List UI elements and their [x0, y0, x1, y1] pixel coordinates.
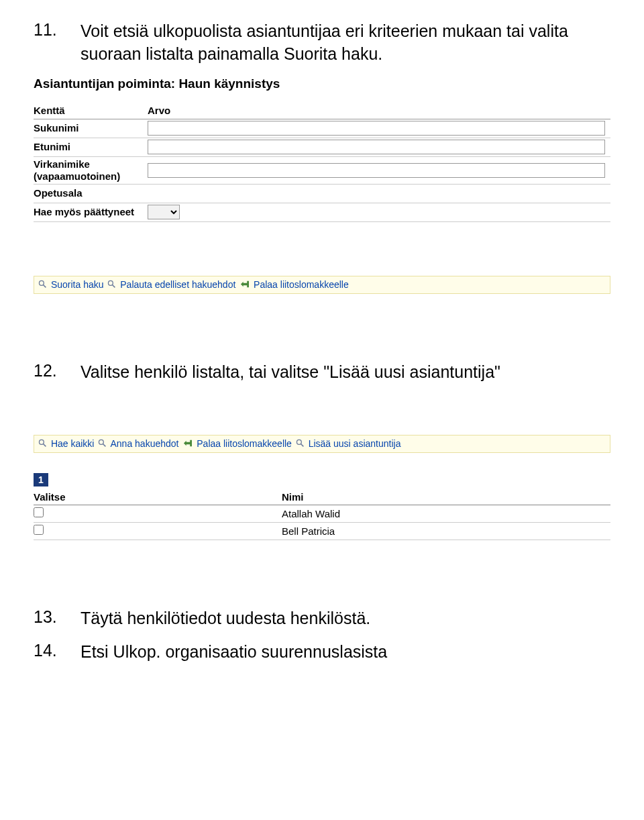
- instruction-14: 14. Etsi Ulkop. organisaatio suurennusla…: [34, 641, 610, 664]
- search-criteria-table: Kenttä Arvo Sukunimi Etunimi Virkanimike…: [34, 102, 610, 222]
- table-row: Bell Patricia: [34, 522, 610, 540]
- instruction-text: Valitse henkilö listalta, tai valitse "L…: [80, 361, 500, 384]
- link-lisaa-uusi[interactable]: Lisää uusi asiantuntija: [309, 438, 401, 449]
- select-haemyos[interactable]: [148, 205, 180, 219]
- section-title: Asiantuntijan poiminta: Haun käynnistys: [34, 76, 610, 91]
- svg-line-7: [103, 444, 106, 446]
- svg-point-8: [297, 440, 301, 444]
- link-palaa-lomakkeelle-2[interactable]: Palaa liitoslomakkeelle: [197, 438, 292, 449]
- instruction-13: 13. Täytä henkilötiedot uudesta henkilös…: [34, 607, 610, 630]
- instruction-text: Etsi Ulkop. organisaatio suurennuslasist…: [80, 641, 387, 664]
- input-sukunimi[interactable]: [148, 121, 605, 136]
- table-row: Atallah Walid: [34, 505, 610, 522]
- svg-point-0: [39, 280, 44, 285]
- svg-point-6: [99, 440, 104, 444]
- label-haemyos: Hae myös päättyneet: [34, 203, 148, 221]
- cell-opetusala: [148, 184, 610, 203]
- return-arrow-icon: [239, 280, 250, 291]
- link-hae-kaikki[interactable]: Hae kaikki: [51, 438, 95, 449]
- checkbox-row-1[interactable]: [34, 525, 44, 535]
- header-nimi: Nimi: [282, 489, 610, 505]
- instruction-number: 11.: [34, 20, 80, 66]
- instruction-number: 13.: [34, 607, 80, 630]
- magnifier-icon: [38, 439, 47, 450]
- instruction-text: Täytä henkilötiedot uudesta henkilöstä.: [80, 607, 370, 630]
- header-value: Arvo: [148, 102, 610, 119]
- instruction-number: 12.: [34, 361, 80, 384]
- svg-line-1: [43, 285, 46, 287]
- return-arrow-icon: [182, 439, 193, 450]
- results-action-bar: Hae kaikki Anna hakuehdot Palaa liitoslo…: [34, 435, 610, 453]
- instruction-text: Voit etsiä ulkopuolista asiantuntijaa er…: [80, 20, 610, 66]
- link-anna-hakuehdot[interactable]: Anna hakuehdot: [111, 438, 179, 449]
- label-virkanimike: Virkanimike (vapaamuotoinen): [34, 156, 148, 184]
- label-sukunimi: Sukunimi: [34, 119, 148, 138]
- svg-point-2: [109, 280, 113, 285]
- results-table: Valitse Nimi Atallah Walid Bell Patricia: [34, 489, 610, 540]
- svg-point-4: [39, 440, 44, 444]
- search-action-bar: Suorita haku Palauta edelliset hakuehdot…: [34, 276, 610, 294]
- cell-name: Atallah Walid: [282, 505, 610, 522]
- page-number-badge[interactable]: 1: [34, 473, 48, 486]
- header-valitse: Valitse: [34, 489, 282, 505]
- link-palaa-lomakkeelle[interactable]: Palaa liitoslomakkeelle: [254, 279, 349, 290]
- link-palauta-ehdot[interactable]: Palauta edelliset hakuehdot: [120, 279, 235, 290]
- label-opetusala: Opetusala: [34, 184, 148, 203]
- label-etunimi: Etunimi: [34, 138, 148, 156]
- svg-line-9: [301, 444, 303, 446]
- magnifier-icon: [296, 439, 305, 450]
- magnifier-icon: [98, 439, 107, 450]
- input-virkanimike[interactable]: [148, 163, 605, 178]
- instruction-11: 11. Voit etsiä ulkopuolista asiantuntija…: [34, 20, 610, 66]
- svg-line-3: [113, 285, 115, 287]
- link-suorita-haku[interactable]: Suorita haku: [51, 279, 104, 290]
- cell-name: Bell Patricia: [282, 522, 610, 540]
- input-etunimi[interactable]: [148, 140, 605, 154]
- magnifier-icon: [107, 280, 116, 291]
- header-field: Kenttä: [34, 102, 148, 119]
- instruction-12: 12. Valitse henkilö listalta, tai valits…: [34, 361, 610, 384]
- checkbox-row-0[interactable]: [34, 507, 44, 517]
- svg-line-5: [43, 444, 46, 446]
- instruction-number: 14.: [34, 641, 80, 664]
- magnifier-icon: [38, 280, 47, 291]
